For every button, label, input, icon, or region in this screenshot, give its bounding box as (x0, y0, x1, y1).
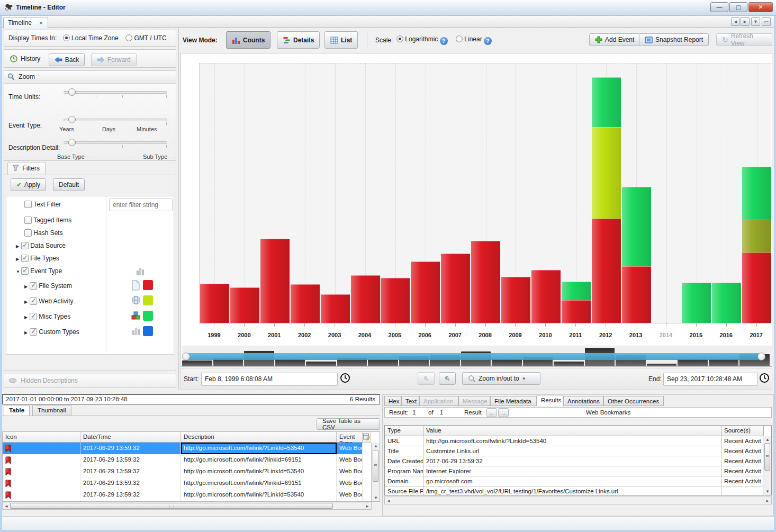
linear-help-icon[interactable]: ? (484, 37, 492, 45)
tagged-items-checkbox[interactable] (24, 217, 32, 224)
filter-hash-sets[interactable]: Hash Sets (24, 229, 63, 237)
radio-local-timezone[interactable]: Local Time Zone (63, 34, 119, 42)
linear-radio-icon[interactable] (456, 35, 463, 42)
col-value[interactable]: Value (423, 426, 721, 436)
event-type-slider[interactable] (64, 119, 167, 121)
back-button[interactable]: Back (49, 53, 85, 66)
add-event-button[interactable]: Add Event (589, 33, 640, 46)
forward-button[interactable]: Forward (91, 53, 137, 66)
cell-datetime[interactable]: 2017-06-29 13:59:32 (80, 466, 181, 477)
bar-segment-misc-types[interactable] (562, 282, 591, 300)
title-bar[interactable]: Timeline - Editor — ▢ ✕ (0, 0, 776, 16)
bar-segment-file-system[interactable] (260, 239, 290, 323)
bar-segment-file-system[interactable] (471, 241, 500, 323)
col-icon[interactable]: Icon (3, 432, 80, 443)
time-units-slider[interactable] (64, 91, 167, 94)
bar-segment-misc-types[interactable] (742, 167, 771, 220)
scale-logarithmic-radio[interactable]: Logarithmic ? (396, 35, 448, 45)
snapshot-report-button[interactable]: Snapshot Report (639, 33, 709, 46)
file-system-checkbox[interactable] (30, 282, 37, 290)
results-scroll-right-icon[interactable]: ► (765, 499, 770, 503)
filter-text-filter[interactable]: Text Filter (24, 201, 61, 208)
tab-maximize-icon[interactable]: ▭ (762, 17, 771, 26)
bar-segment-misc-types[interactable] (592, 77, 621, 127)
minimize-button[interactable]: — (710, 2, 728, 12)
scale-linear-radio[interactable]: Linear ? (456, 35, 492, 45)
time-units-thumb[interactable] (68, 88, 76, 96)
bar-2009[interactable] (501, 64, 530, 323)
bar-segment-file-system[interactable] (501, 277, 530, 323)
bar-segment-misc-types[interactable] (712, 283, 741, 323)
cell-description[interactable]: http://go.microsoft.com/fwlink/?linkid=6… (181, 454, 337, 466)
cell-datetime[interactable]: 2017-06-29 13:59:32 (80, 477, 181, 489)
col-sources[interactable]: Source(s) (721, 426, 764, 436)
tab-results[interactable]: Results (537, 395, 563, 406)
cell-event-type[interactable]: Web Bookma (337, 477, 363, 489)
results-vscrollbar[interactable]: ▲ ▼ (763, 436, 771, 495)
cell-event-type[interactable]: Web Bookma (337, 454, 363, 466)
zoom-panel-header[interactable]: Zoom (4, 71, 176, 84)
bar-2003[interactable] (321, 64, 350, 323)
description-detail-thumb[interactable] (68, 139, 76, 146)
tab-close-icon[interactable]: ✕ (39, 20, 43, 26)
scroll-down-icon[interactable]: ▼ (374, 495, 378, 500)
bar-2004[interactable] (351, 64, 380, 323)
bar-segment-file-system[interactable] (742, 253, 771, 323)
zoom-in-out-dropdown[interactable]: Zoom in/out to ▼ (462, 372, 540, 385)
bar-segment-file-system[interactable] (200, 284, 229, 323)
scrubber-left-handle[interactable] (182, 353, 190, 360)
custom-types-expander-icon[interactable]: ▶ (24, 330, 30, 335)
cell-icon[interactable] (3, 454, 80, 466)
results-hscrollbar[interactable]: ◄ ► (384, 497, 772, 504)
data-source-expander-icon[interactable]: ▶ (16, 244, 21, 249)
cell-description[interactable]: http://go.microsoft.com/fwlink/?LinkId=5… (181, 443, 337, 454)
radio-gmt-utc[interactable]: GMT / UTC (125, 34, 166, 42)
zoom-in-button[interactable] (439, 372, 456, 385)
zoom-out-button[interactable] (418, 372, 435, 385)
events-hscrollbar[interactable]: ◄ ► (2, 502, 372, 510)
bar-segment-misc-types[interactable] (682, 283, 711, 323)
web-activity-expander-icon[interactable]: ▶ (24, 300, 30, 304)
data-source-checkbox[interactable] (21, 242, 29, 249)
results-scroll-left-icon[interactable]: ◄ (386, 499, 391, 503)
results-vscroll-thumb[interactable] (764, 443, 770, 471)
event-type-checkbox[interactable] (21, 267, 29, 275)
tab-scroll-right-icon[interactable]: ► (741, 17, 750, 26)
counts-button[interactable]: Counts (226, 31, 270, 49)
bar-segment-web-activity[interactable] (592, 127, 621, 219)
save-table-csv-button[interactable]: Save Table as CSV (317, 418, 380, 430)
col-event-type[interactable]: Event Type (337, 432, 363, 443)
cell-icon[interactable] (3, 477, 80, 489)
bar-2012[interactable] (592, 64, 621, 323)
cell-description[interactable]: http://go.microsoft.com/fwlink/?LinkId=5… (181, 466, 337, 477)
bar-2015[interactable] (682, 64, 711, 323)
filter-file-system[interactable]: ▶ File System (24, 282, 72, 290)
col-datetime[interactable]: Date/Time (80, 432, 181, 443)
cell-icon[interactable] (3, 489, 80, 501)
tab-file-metadata[interactable]: File Metadata (490, 396, 537, 406)
radio-gmt-icon[interactable] (125, 34, 132, 41)
events-vscroll-thumb[interactable] (373, 450, 378, 482)
cell-icon[interactable] (3, 443, 80, 454)
web-activity-checkbox[interactable] (30, 297, 37, 305)
bar-segment-misc-types[interactable] (622, 187, 651, 266)
cell-description[interactable]: http://go.microsoft.com/fwlink/?linkid=6… (181, 477, 337, 489)
bar-segment-file-system[interactable] (441, 254, 470, 323)
cell-event-type[interactable]: Web Bookma (337, 489, 363, 501)
col-description[interactable]: Description (181, 432, 337, 443)
bar-2006[interactable] (411, 64, 440, 323)
cell-datetime[interactable]: 2017-06-29 13:59:32 (80, 443, 181, 454)
tab-hex[interactable]: Hex (384, 396, 401, 406)
scroll-left-icon[interactable]: ◄ (4, 504, 8, 509)
bar-segment-file-system[interactable] (622, 266, 651, 323)
plot-area[interactable] (199, 63, 771, 323)
filter-file-types[interactable]: ▶ File Types (16, 255, 59, 262)
bar-segment-file-system[interactable] (562, 300, 591, 323)
tab-timeline[interactable]: Timeline ✕ (3, 17, 48, 28)
scroll-right-icon[interactable]: ► (365, 504, 369, 509)
tab-application[interactable]: Application (419, 396, 458, 406)
custom-types-checkbox[interactable] (30, 328, 37, 336)
event-type-thumb[interactable] (68, 116, 76, 123)
bar-2002[interactable] (291, 64, 320, 323)
logarithmic-help-icon[interactable]: ? (440, 37, 448, 45)
